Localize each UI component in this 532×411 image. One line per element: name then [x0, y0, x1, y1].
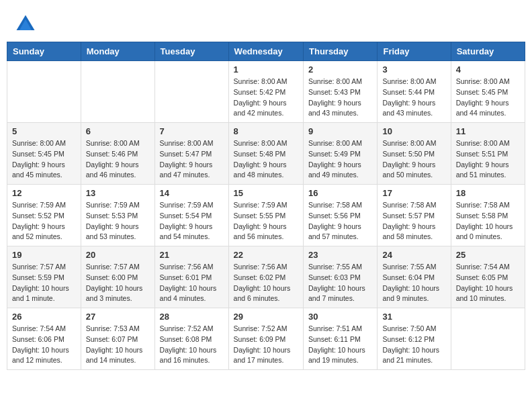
- day-detail: Sunrise: 8:00 AM Sunset: 5:45 PM Dayligh…: [456, 77, 520, 119]
- day-detail: Sunrise: 7:53 AM Sunset: 6:07 PM Dayligh…: [86, 324, 150, 366]
- day-number: 24: [382, 250, 445, 260]
- calendar-cell: 22 Sunrise: 7:56 AM Sunset: 6:02 PM Dayl…: [228, 246, 303, 308]
- calendar-week-4: 19 Sunrise: 7:57 AM Sunset: 5:59 PM Dayl…: [7, 246, 525, 308]
- day-detail: Sunrise: 7:58 AM Sunset: 5:58 PM Dayligh…: [456, 200, 520, 242]
- calendar-cell: 25 Sunrise: 7:54 AM Sunset: 6:05 PM Dayl…: [451, 246, 525, 308]
- calendar-week-3: 12 Sunrise: 7:59 AM Sunset: 5:52 PM Dayl…: [7, 185, 525, 246]
- day-header-sunday: Sunday: [7, 42, 81, 61]
- page-header: [7, 7, 525, 36]
- calendar-cell: 3 Sunrise: 8:00 AM Sunset: 5:44 PM Dayli…: [378, 61, 451, 123]
- calendar-cell: 19 Sunrise: 7:57 AM Sunset: 5:59 PM Dayl…: [7, 246, 81, 308]
- day-detail: Sunrise: 7:56 AM Sunset: 6:02 PM Dayligh…: [234, 262, 298, 304]
- day-number: 7: [160, 126, 224, 136]
- day-detail: Sunrise: 7:57 AM Sunset: 5:59 PM Dayligh…: [12, 262, 76, 304]
- day-number: 1: [234, 64, 298, 75]
- calendar-cell: 24 Sunrise: 7:55 AM Sunset: 6:04 PM Dayl…: [378, 246, 451, 308]
- day-header-wednesday: Wednesday: [228, 42, 303, 61]
- calendar-cell: 12 Sunrise: 7:59 AM Sunset: 5:52 PM Dayl…: [7, 185, 81, 246]
- day-detail: Sunrise: 7:54 AM Sunset: 6:05 PM Dayligh…: [456, 262, 520, 304]
- day-detail: Sunrise: 7:55 AM Sunset: 6:03 PM Dayligh…: [308, 262, 372, 304]
- calendar-cell: [451, 308, 525, 370]
- day-detail: Sunrise: 7:52 AM Sunset: 6:08 PM Dayligh…: [160, 324, 224, 366]
- calendar-cell: 1 Sunrise: 8:00 AM Sunset: 5:42 PM Dayli…: [228, 61, 303, 123]
- day-number: 25: [456, 250, 520, 260]
- day-number: 9: [308, 126, 372, 136]
- calendar-cell: [81, 61, 154, 123]
- day-detail: Sunrise: 8:00 AM Sunset: 5:42 PM Dayligh…: [234, 77, 298, 119]
- day-number: 3: [382, 64, 445, 75]
- day-number: 15: [234, 188, 298, 198]
- day-number: 31: [382, 312, 445, 322]
- logo: [13, 12, 40, 36]
- day-number: 26: [12, 312, 76, 322]
- day-detail: Sunrise: 7:59 AM Sunset: 5:52 PM Dayligh…: [12, 200, 76, 242]
- day-number: 11: [456, 126, 520, 136]
- calendar-cell: 21 Sunrise: 7:56 AM Sunset: 6:01 PM Dayl…: [154, 246, 228, 308]
- day-detail: Sunrise: 7:58 AM Sunset: 5:56 PM Dayligh…: [308, 200, 372, 242]
- day-number: 18: [456, 188, 520, 198]
- day-header-thursday: Thursday: [304, 42, 378, 61]
- day-detail: Sunrise: 7:50 AM Sunset: 6:12 PM Dayligh…: [382, 324, 445, 366]
- day-detail: Sunrise: 8:00 AM Sunset: 5:51 PM Dayligh…: [456, 138, 520, 181]
- calendar-cell: 28 Sunrise: 7:52 AM Sunset: 6:08 PM Dayl…: [154, 308, 228, 370]
- day-number: 17: [382, 188, 445, 198]
- day-detail: Sunrise: 7:57 AM Sunset: 6:00 PM Dayligh…: [86, 262, 150, 304]
- day-number: 28: [160, 312, 224, 322]
- calendar-cell: 31 Sunrise: 7:50 AM Sunset: 6:12 PM Dayl…: [378, 308, 451, 370]
- calendar-cell: 2 Sunrise: 8:00 AM Sunset: 5:43 PM Dayli…: [304, 61, 378, 123]
- calendar-cell: 6 Sunrise: 8:00 AM Sunset: 5:46 PM Dayli…: [81, 123, 154, 185]
- calendar-week-1: 1 Sunrise: 8:00 AM Sunset: 5:42 PM Dayli…: [7, 61, 525, 123]
- calendar-cell: [154, 61, 228, 123]
- calendar-week-2: 5 Sunrise: 8:00 AM Sunset: 5:45 PM Dayli…: [7, 123, 525, 185]
- day-number: 13: [86, 188, 150, 198]
- day-detail: Sunrise: 7:55 AM Sunset: 6:04 PM Dayligh…: [382, 262, 445, 304]
- day-number: 19: [12, 250, 76, 260]
- calendar-cell: 8 Sunrise: 8:00 AM Sunset: 5:48 PM Dayli…: [228, 123, 303, 185]
- day-number: 30: [308, 312, 372, 322]
- day-detail: Sunrise: 8:00 AM Sunset: 5:44 PM Dayligh…: [382, 77, 445, 119]
- day-number: 12: [12, 188, 76, 198]
- day-header-monday: Monday: [81, 42, 154, 61]
- calendar-table: SundayMondayTuesdayWednesdayThursdayFrid…: [7, 42, 525, 370]
- calendar-cell: 27 Sunrise: 7:53 AM Sunset: 6:07 PM Dayl…: [81, 308, 154, 370]
- calendar-cell: 9 Sunrise: 8:00 AM Sunset: 5:49 PM Dayli…: [304, 123, 378, 185]
- day-number: 16: [308, 188, 372, 198]
- day-number: 2: [308, 64, 372, 75]
- day-number: 14: [160, 188, 224, 198]
- day-detail: Sunrise: 8:00 AM Sunset: 5:48 PM Dayligh…: [234, 138, 298, 181]
- day-number: 20: [86, 250, 150, 260]
- day-detail: Sunrise: 8:00 AM Sunset: 5:46 PM Dayligh…: [86, 138, 150, 181]
- calendar-cell: 4 Sunrise: 8:00 AM Sunset: 5:45 PM Dayli…: [451, 61, 525, 123]
- day-detail: Sunrise: 7:56 AM Sunset: 6:01 PM Dayligh…: [160, 262, 224, 304]
- day-detail: Sunrise: 7:59 AM Sunset: 5:55 PM Dayligh…: [234, 200, 298, 242]
- day-detail: Sunrise: 8:00 AM Sunset: 5:47 PM Dayligh…: [160, 138, 224, 181]
- logo-icon: [13, 12, 38, 36]
- day-header-saturday: Saturday: [451, 42, 525, 61]
- calendar-week-5: 26 Sunrise: 7:54 AM Sunset: 6:06 PM Dayl…: [7, 308, 525, 370]
- day-number: 21: [160, 250, 224, 260]
- day-detail: Sunrise: 7:59 AM Sunset: 5:54 PM Dayligh…: [160, 200, 224, 242]
- calendar-header-row: SundayMondayTuesdayWednesdayThursdayFrid…: [7, 42, 525, 61]
- day-detail: Sunrise: 7:51 AM Sunset: 6:11 PM Dayligh…: [308, 324, 372, 366]
- calendar-cell: [7, 61, 81, 123]
- calendar-cell: 11 Sunrise: 8:00 AM Sunset: 5:51 PM Dayl…: [451, 123, 525, 185]
- day-number: 8: [234, 126, 298, 136]
- day-detail: Sunrise: 7:52 AM Sunset: 6:09 PM Dayligh…: [234, 324, 298, 366]
- day-detail: Sunrise: 8:00 AM Sunset: 5:50 PM Dayligh…: [382, 138, 445, 181]
- day-number: 27: [86, 312, 150, 322]
- day-detail: Sunrise: 7:54 AM Sunset: 6:06 PM Dayligh…: [12, 324, 76, 366]
- day-detail: Sunrise: 8:00 AM Sunset: 5:43 PM Dayligh…: [308, 77, 372, 119]
- calendar-cell: 10 Sunrise: 8:00 AM Sunset: 5:50 PM Dayl…: [378, 123, 451, 185]
- calendar-cell: 20 Sunrise: 7:57 AM Sunset: 6:00 PM Dayl…: [81, 246, 154, 308]
- day-number: 5: [12, 126, 76, 136]
- day-detail: Sunrise: 8:00 AM Sunset: 5:49 PM Dayligh…: [308, 138, 372, 181]
- day-number: 4: [456, 64, 520, 75]
- calendar-cell: 30 Sunrise: 7:51 AM Sunset: 6:11 PM Dayl…: [304, 308, 378, 370]
- day-number: 10: [382, 126, 445, 136]
- day-number: 22: [234, 250, 298, 260]
- day-detail: Sunrise: 7:58 AM Sunset: 5:57 PM Dayligh…: [382, 200, 445, 242]
- calendar-cell: 26 Sunrise: 7:54 AM Sunset: 6:06 PM Dayl…: [7, 308, 81, 370]
- day-number: 23: [308, 250, 372, 260]
- calendar-cell: 16 Sunrise: 7:58 AM Sunset: 5:56 PM Dayl…: [304, 185, 378, 246]
- calendar-cell: 5 Sunrise: 8:00 AM Sunset: 5:45 PM Dayli…: [7, 123, 81, 185]
